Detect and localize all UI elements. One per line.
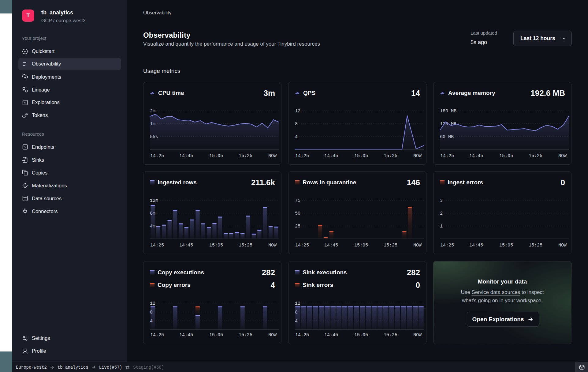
svg-text:15:05: 15:05 (499, 243, 513, 248)
svg-text:14:25: 14:25 (150, 153, 164, 159)
svg-text:NOW: NOW (268, 243, 277, 248)
svg-text:2: 2 (440, 211, 443, 216)
svg-text:14:45: 14:45 (469, 153, 483, 159)
svg-text:15:25: 15:25 (239, 243, 252, 248)
svg-text:15:25: 15:25 (529, 243, 542, 248)
svg-text:75: 75 (295, 198, 300, 203)
svg-text:14:45: 14:45 (179, 153, 193, 159)
svg-text:15:25: 15:25 (529, 153, 542, 159)
svg-text:15:05: 15:05 (209, 153, 223, 159)
svg-text:14:45: 14:45 (324, 333, 338, 338)
svg-text:NOW: NOW (413, 333, 422, 338)
svg-text:50: 50 (295, 211, 300, 216)
svg-text:2m: 2m (150, 109, 155, 114)
svg-text:12: 12 (295, 109, 300, 114)
svg-text:180 MB: 180 MB (440, 109, 456, 114)
svg-text:14:25: 14:25 (295, 243, 309, 248)
svg-text:15:25: 15:25 (384, 243, 397, 248)
svg-text:15:25: 15:25 (239, 153, 252, 159)
svg-text:15:25: 15:25 (384, 153, 397, 159)
svg-text:14:25: 14:25 (295, 153, 309, 159)
svg-text:NOW: NOW (413, 153, 422, 159)
svg-text:14:45: 14:45 (469, 243, 483, 248)
svg-text:NOW: NOW (268, 153, 277, 159)
svg-text:NOW: NOW (413, 243, 422, 248)
svg-text:15:05: 15:05 (354, 333, 368, 338)
svg-text:12: 12 (150, 301, 155, 306)
svg-text:3: 3 (440, 198, 443, 203)
svg-text:14:25: 14:25 (150, 333, 164, 338)
svg-text:NOW: NOW (558, 153, 567, 159)
svg-text:14:25: 14:25 (440, 153, 454, 159)
svg-text:1: 1 (440, 224, 443, 229)
svg-text:15:05: 15:05 (209, 333, 223, 338)
svg-text:15:05: 15:05 (499, 153, 513, 159)
svg-text:14:45: 14:45 (179, 333, 193, 338)
svg-text:14:25: 14:25 (150, 243, 164, 248)
svg-text:15:25: 15:25 (384, 333, 397, 338)
svg-text:14:25: 14:25 (440, 243, 454, 248)
svg-text:15:05: 15:05 (354, 243, 368, 248)
svg-text:4: 4 (295, 134, 298, 140)
svg-text:15:05: 15:05 (354, 153, 368, 159)
svg-text:NOW: NOW (268, 333, 277, 338)
svg-text:12: 12 (295, 301, 300, 306)
svg-text:14:45: 14:45 (179, 243, 193, 248)
svg-text:25: 25 (295, 224, 300, 229)
svg-text:12m: 12m (150, 198, 158, 203)
svg-text:NOW: NOW (558, 243, 567, 248)
svg-text:15:25: 15:25 (239, 333, 252, 338)
svg-text:8: 8 (295, 122, 298, 127)
svg-text:15:05: 15:05 (209, 243, 223, 248)
svg-text:14:45: 14:45 (324, 153, 338, 159)
svg-text:14:25: 14:25 (295, 333, 309, 338)
svg-text:14:45: 14:45 (324, 243, 338, 248)
